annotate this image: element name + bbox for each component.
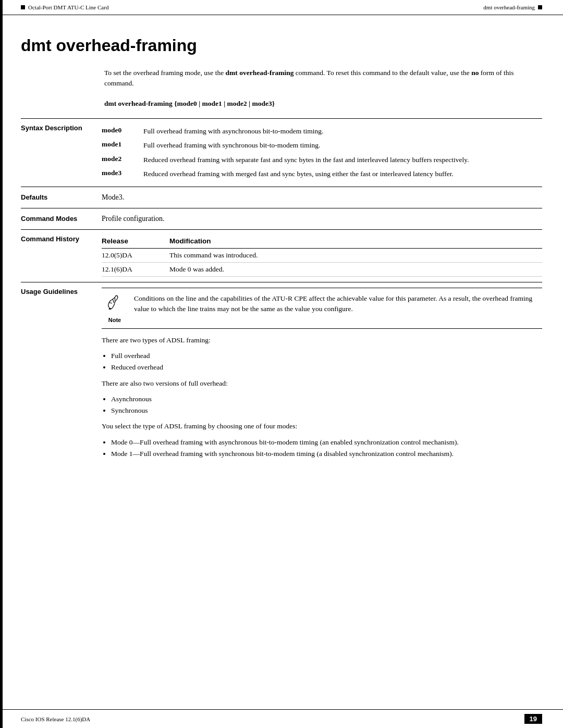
syntax-desc-2: Reduced overhead framing with separate f… xyxy=(143,153,542,167)
usage-guidelines-section: Usage Guidelines xyxy=(21,282,542,470)
syntax-row-3: mode3Reduced overhead framing with merge… xyxy=(102,167,542,181)
guidelines-list1: Full overheadReduced overhead xyxy=(111,351,542,373)
guidelines-list2: AsynchronousSynchronous xyxy=(111,394,542,416)
header-right-text: dmt overhead-framing xyxy=(483,4,535,10)
header-bullet-left xyxy=(21,5,25,9)
usage-guidelines-label: Usage Guidelines xyxy=(21,288,102,464)
defaults-label: Defaults xyxy=(21,193,102,202)
header-left: Octal-Port DMT ATU-C Line Card xyxy=(21,4,108,10)
guidelines-list3: Mode 0—Full overhead framing with asynch… xyxy=(111,437,542,460)
guidelines-para1: There are two types of ADSL framing: xyxy=(102,335,542,346)
command-history-content: Release Modification 12.0(5)DAThis comma… xyxy=(102,235,542,277)
list1-item-0: Full overhead xyxy=(111,351,542,361)
history-release-0: 12.0(5)DA xyxy=(102,248,169,262)
note-text: Conditions on the line and the capabilit… xyxy=(134,293,542,315)
syntax-term-1: mode1 xyxy=(102,138,143,153)
command-modes-content: Profile configuration. xyxy=(102,215,542,223)
list1-item-1: Reduced overhead xyxy=(111,362,542,373)
note-icon-col: Note xyxy=(102,293,128,323)
syntax-table: mode0Full overhead framing with asynchro… xyxy=(102,124,542,181)
command-syntax: dmt overhead-framing {mode0 | mode1 | mo… xyxy=(104,100,542,108)
guidelines-body: Note Conditions on the line and the capa… xyxy=(102,288,542,464)
syntax-row-1: mode1Full overhead framing with synchron… xyxy=(102,138,542,153)
left-border xyxy=(0,0,3,728)
command-modes-text: Profile configuration. xyxy=(102,215,165,223)
list3-item-0: Mode 0—Full overhead framing with asynch… xyxy=(111,437,542,448)
command-modes-label: Command Modes xyxy=(21,215,102,223)
syntax-desc-1: Full overhead framing with synchronous b… xyxy=(143,138,542,153)
guidelines-para3: You select the type of ADSL framing by c… xyxy=(102,421,542,431)
header-bullet-right xyxy=(538,5,542,9)
syntax-desc-3: Reduced overhead framing with merged fas… xyxy=(143,167,542,181)
syntax-row-2: mode2Reduced overhead framing with separ… xyxy=(102,153,542,167)
intro-bold1: dmt overhead-framing xyxy=(226,69,294,77)
syntax-row-0: mode0Full overhead framing with asynchro… xyxy=(102,124,542,139)
history-col-modification: Modification xyxy=(169,235,542,249)
history-col-release: Release xyxy=(102,235,169,249)
command-syntax-text: dmt overhead-framing {mode0 | mode1 | mo… xyxy=(104,100,275,107)
list3-item-1: Mode 1—Full overhead framing with synchr… xyxy=(111,449,542,459)
history-row-0: 12.0(5)DAThis command was introduced. xyxy=(102,248,542,262)
defaults-section: Defaults Mode3. xyxy=(21,187,542,208)
guidelines-para2: There are also two versions of full over… xyxy=(102,378,542,389)
intro-text1: To set the overhead framing mode, use th… xyxy=(104,69,226,77)
syntax-term-0: mode0 xyxy=(102,124,143,139)
syntax-description-label: Syntax Description xyxy=(21,124,102,181)
history-modification-1: Mode 0 was added. xyxy=(169,262,542,276)
intro-bold2: no xyxy=(471,69,479,77)
defaults-text: Mode3. xyxy=(102,193,124,201)
defaults-content: Mode3. xyxy=(102,193,542,202)
syntax-description-section: Syntax Description mode0Full overhead fr… xyxy=(21,118,542,187)
history-row-1: 12.1(6)DAMode 0 was added. xyxy=(102,262,542,276)
history-modification-0: This command was introduced. xyxy=(169,248,542,262)
page-footer: Cisco IOS Release 12.1(6)DA 19 xyxy=(0,709,563,728)
header-left-text: Octal-Port DMT ATU-C Line Card xyxy=(28,4,108,10)
intro-text2: command. To reset this command to the de… xyxy=(293,69,471,77)
syntax-description-content: mode0Full overhead framing with asynchro… xyxy=(102,124,542,181)
command-modes-section: Command Modes Profile configuration. xyxy=(21,208,542,229)
history-release-1: 12.1(6)DA xyxy=(102,262,169,276)
syntax-term-2: mode2 xyxy=(102,153,143,167)
syntax-desc-0: Full overhead framing with asynchronous … xyxy=(143,124,542,139)
main-content: dmt overhead-framing To set the overhead… xyxy=(0,15,563,501)
command-history-label: Command History xyxy=(21,235,102,277)
footer-left-text: Cisco IOS Release 12.1(6)DA xyxy=(21,716,90,722)
note-pencil-svg xyxy=(105,293,124,312)
intro-paragraph: To set the overhead framing mode, use th… xyxy=(104,68,542,89)
note-block: Note Conditions on the line and the capa… xyxy=(102,288,542,329)
page-header: Octal-Port DMT ATU-C Line Card dmt overh… xyxy=(0,0,563,15)
history-table: Release Modification 12.0(5)DAThis comma… xyxy=(102,235,542,277)
list2-item-0: Asynchronous xyxy=(111,394,542,404)
command-history-section: Command History Release Modification 12.… xyxy=(21,229,542,282)
page-title: dmt overhead-framing xyxy=(21,36,542,55)
header-right: dmt overhead-framing xyxy=(483,4,542,10)
list2-item-1: Synchronous xyxy=(111,405,542,416)
syntax-term-3: mode3 xyxy=(102,167,143,181)
note-icon xyxy=(105,293,124,315)
footer-page-number: 19 xyxy=(524,714,542,724)
note-label: Note xyxy=(108,317,121,323)
